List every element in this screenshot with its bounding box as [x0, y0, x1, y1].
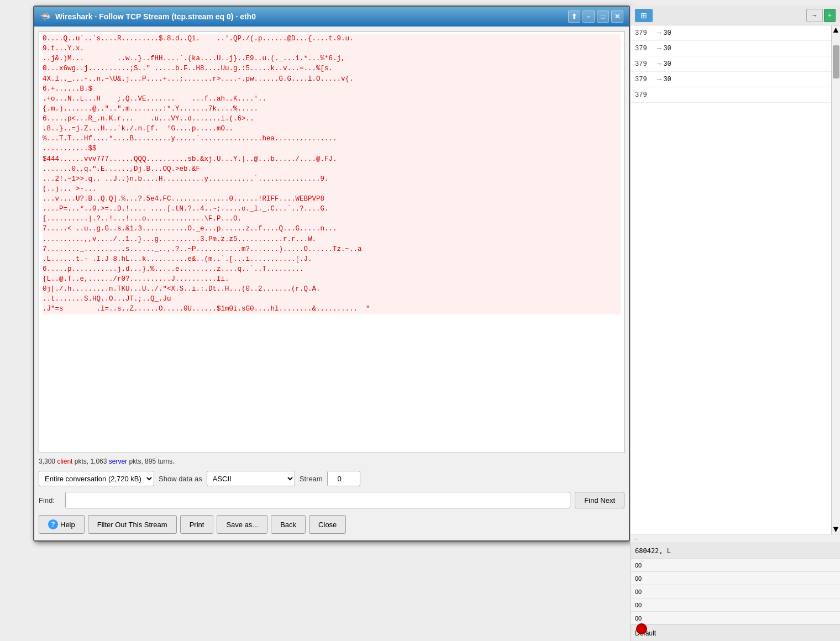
title-bar-buttons: ⬆ – □ ✕	[568, 10, 623, 23]
stream-line: ....P=...*..0.>=..D.!.... ....[.tN.?..4.…	[43, 204, 621, 214]
stream-line: 0...x6wg..j..........;S.." .....b.F..H8.…	[43, 64, 621, 73]
stream-line: ..j&.)M... ..w..}..fHH....`.(ka....U..j}…	[43, 54, 621, 64]
arrow-icon: →	[657, 29, 661, 37]
row-number: 379	[635, 91, 657, 99]
stream-line: 0j[./.h.........n.TKU...U../."<X.S..i.:.…	[43, 284, 621, 294]
wireshark-icon: 🦈	[40, 12, 51, 22]
dialog-title: Wireshark · Follow TCP Stream (tcp.strea…	[55, 12, 256, 21]
record-indicator	[636, 623, 647, 634]
stream-text-container: 0....Q..u`..`s....R.........$.8.d..Qi. .…	[39, 31, 624, 453]
stream-line: (..j... >-...	[43, 184, 621, 194]
row-label: 00	[631, 585, 840, 598]
nav-buttons: → +	[806, 9, 836, 22]
row-value: 30	[663, 45, 671, 52]
stream-text-display: 0....Q..u`..`s....R.........$.8.d..Qi. .…	[39, 31, 624, 453]
title-bar-left: 🦈 Wireshark · Follow TCP Stream (tcp.str…	[40, 12, 256, 22]
hex-label: 00	[635, 562, 642, 569]
stats-line: 3,300 client pkts, 1,063 server pkts, 89…	[39, 456, 624, 466]
back-button[interactable]: Back	[271, 515, 306, 534]
stream-number-input[interactable]	[327, 471, 360, 486]
stream-line: 0....Q..u`..`s....R.........$.8.d..Qi. .…	[43, 34, 621, 44]
stream-line: ...........$$	[43, 144, 621, 154]
stream-line: .......0.,q.".E......,Dj.B...OQ.>eb.&F	[43, 164, 621, 174]
hex-label: 00	[635, 575, 642, 582]
stats-client-label: client	[57, 458, 72, 465]
scroll-up-button[interactable]: ▲	[832, 25, 840, 34]
scroll-down-button[interactable]: ▼	[832, 525, 840, 534]
dialog-title-bar: 🦈 Wireshark · Follow TCP Stream (tcp.str…	[34, 7, 629, 27]
add-button[interactable]: +	[824, 9, 836, 22]
toolbar-icon: ⊞	[635, 9, 653, 22]
help-label: Help	[60, 521, 75, 529]
format-dropdown[interactable]: ASCII Hex Dump C Arrays YAML Raw	[207, 471, 295, 486]
stream-line: .8..}..=j.Z...H...`k./.n.[f. 'G....p....…	[43, 124, 621, 134]
row-value: 30	[663, 76, 671, 83]
stats-server-label: server	[109, 458, 127, 465]
nav-right-button[interactable]: →	[806, 9, 823, 22]
address-bar: 680422, L	[631, 543, 840, 558]
close-button[interactable]: Close	[309, 515, 346, 534]
stream-label: Stream	[300, 475, 323, 483]
hex-label: 00	[635, 602, 642, 608]
conversation-dropdown[interactable]: Entire conversation (2,720 kB) Client pa…	[39, 471, 154, 486]
print-button[interactable]: Print	[180, 515, 214, 534]
save-as-button[interactable]: Save as...	[217, 515, 267, 534]
row-value: 30	[663, 60, 671, 68]
side-list-item[interactable]: 379	[631, 87, 831, 103]
shade-button[interactable]: ⬆	[568, 10, 580, 23]
dialog-content: 0....Q..u`..`s....R.........$.8.d..Qi. .…	[34, 27, 629, 540]
show-data-label: Show data as	[159, 475, 202, 483]
stream-line: [..........|.?..!...!...o..............\…	[43, 214, 621, 224]
row-label: 00	[631, 598, 840, 611]
find-label: Find:	[39, 496, 61, 505]
stream-line: .J"=s .l=..s..Z......O.....0U......$1m0i…	[43, 304, 621, 314]
row-label: 00	[631, 571, 840, 585]
horizontal-scrollbar[interactable]: →	[631, 534, 840, 543]
side-list-item[interactable]: 379 → 30	[631, 25, 831, 41]
find-row: Find: Find Next	[39, 491, 624, 509]
controls-row: Entire conversation (2,720 kB) Client pa…	[39, 470, 624, 487]
find-next-button[interactable]: Find Next	[575, 492, 624, 508]
minimize-button[interactable]: –	[582, 10, 595, 23]
side-list-item[interactable]: 379 → 30	[631, 72, 831, 87]
side-list-item[interactable]: 379 → 30	[631, 56, 831, 72]
side-list: 379 → 30 379 → 30 379 → 30 379 → 30 379	[631, 25, 831, 534]
row-value: 30	[663, 29, 671, 37]
stream-line: 6.....p<...R_.n.K.r... .u...VY..d.......…	[43, 114, 621, 124]
hex-label: 00	[635, 615, 642, 622]
wireshark-side-panel: ⊞ → + 379 → 30 379 → 30 379 → 30	[630, 6, 840, 641]
stream-line: .+o...N..L...H ;.Q..VE....... ...f..ah..…	[43, 94, 621, 104]
stream-line: ..........,,v..../..1..}...g..........3.…	[43, 234, 621, 244]
help-button[interactable]: ? Help	[39, 515, 85, 534]
find-input[interactable]	[65, 492, 570, 508]
row-label: 00	[631, 611, 840, 624]
stream-line: 7.....< ..u..g.G..s.&1.3...........O._e.…	[43, 224, 621, 234]
arrow-icon: →	[657, 60, 661, 68]
stream-line: ..t.......S.HQ..O...JT.;..Q_.Ju	[43, 294, 621, 304]
grid-icon: ⊞	[641, 11, 647, 20]
arrow-icon: →	[657, 45, 661, 52]
side-content: 379 → 30 379 → 30 379 → 30 379 → 30 379	[631, 25, 840, 534]
row-label: 00	[631, 558, 840, 571]
vertical-scrollbar[interactable]: ▲ ▼	[831, 25, 840, 534]
scroll-thumb[interactable]	[833, 45, 839, 78]
filter-out-button[interactable]: Filter Out This Stream	[88, 515, 177, 534]
stream-line: 7........_..........s......_..,.?..~P...…	[43, 244, 621, 254]
row-number: 379	[635, 45, 657, 52]
stream-line: {L..@.T..e,....../r0?..........J........…	[43, 274, 621, 284]
bottom-rows: 00 00 00 00 00	[631, 558, 840, 624]
button-row: ? Help Filter Out This Stream Print Save…	[39, 513, 624, 536]
stream-line: 6.....p...........j.d...}.%.....e.......…	[43, 264, 621, 274]
stream-scroll-area[interactable]: 0....Q..u`..`s....R.........$.8.d..Qi. .…	[39, 31, 624, 453]
stream-line: 4X.l.._...-..n.~\U&.j...P....+...;......…	[43, 74, 621, 84]
arrow-icon: →	[657, 76, 661, 83]
help-icon: ?	[48, 519, 58, 529]
stream-line: $444......vvv777......QQQ..........sb.&x…	[43, 154, 621, 164]
stream-line: 9.t...Y.x.	[43, 44, 621, 54]
stream-line: ...v....U?.B..Q.Q].%...?.5e4.FC.........…	[43, 194, 621, 204]
side-list-item[interactable]: 379 → 30	[631, 41, 831, 56]
maximize-button[interactable]: □	[597, 10, 609, 23]
stream-line: 6.+......B.$	[43, 84, 621, 94]
close-button[interactable]: ✕	[611, 10, 623, 23]
scroll-indicator: →	[633, 535, 639, 542]
